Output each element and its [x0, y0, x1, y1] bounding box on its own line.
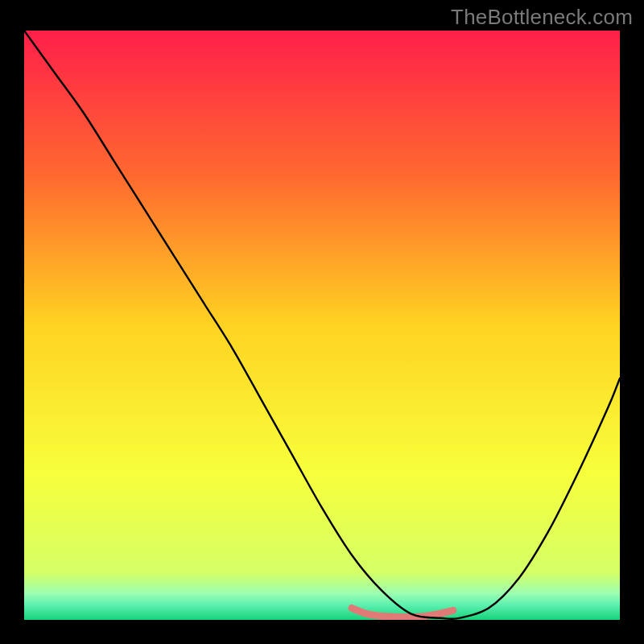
- plot-area: [24, 31, 620, 620]
- chart-container: TheBottleneck.com: [0, 0, 644, 644]
- gradient-background: [24, 31, 620, 620]
- attribution-label: TheBottleneck.com: [451, 5, 633, 30]
- bottleneck-curve-chart: [24, 31, 620, 620]
